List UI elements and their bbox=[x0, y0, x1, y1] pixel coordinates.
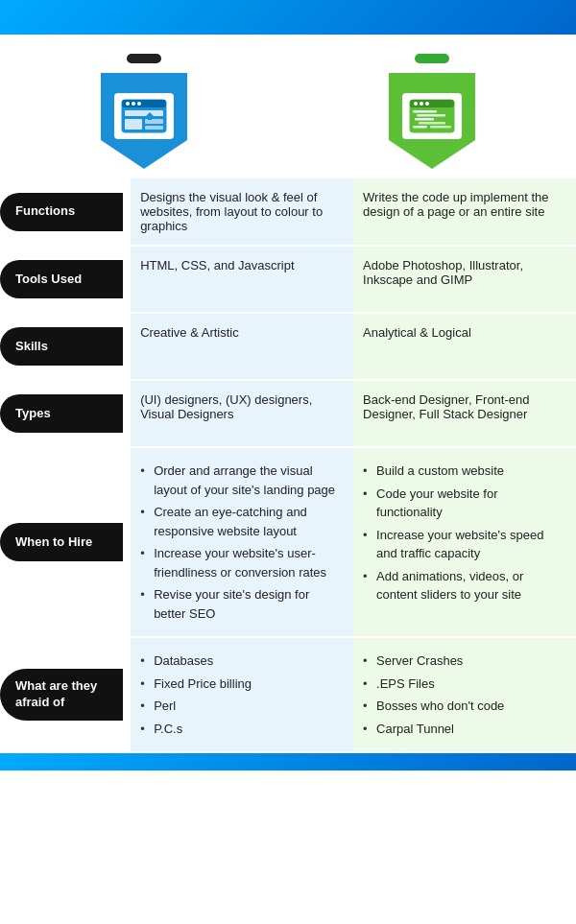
row-label-cell: What are they afraid of bbox=[0, 637, 131, 752]
dev-cell: Analytical & Logical bbox=[353, 313, 576, 380]
svg-rect-15 bbox=[413, 110, 437, 113]
row-label-cell: Types bbox=[0, 380, 131, 447]
svg-point-3 bbox=[132, 102, 135, 106]
list-item: Increase your website's speed and traffi… bbox=[363, 524, 566, 565]
comparison-table: FunctionsDesigns the visual look & feel … bbox=[0, 178, 576, 753]
dev-cell: Build a custom websiteCode your website … bbox=[353, 447, 576, 637]
dev-label bbox=[415, 54, 449, 63]
design-label bbox=[127, 54, 161, 63]
svg-rect-19 bbox=[413, 126, 427, 129]
list-item: Perl bbox=[140, 695, 344, 718]
row-label-pill: When to Hire bbox=[0, 523, 123, 561]
dev-browser-icon bbox=[409, 99, 455, 133]
list-item: P.C.s bbox=[140, 718, 344, 741]
svg-rect-18 bbox=[419, 122, 445, 125]
list-item: Code your website for functionality bbox=[363, 483, 566, 524]
dev-shield-icon bbox=[389, 73, 475, 169]
design-cell: (UI) designers, (UX) designers, Visual D… bbox=[131, 380, 353, 447]
svg-point-14 bbox=[425, 102, 429, 106]
icons-row bbox=[0, 35, 576, 178]
row-label-cell: When to Hire bbox=[0, 447, 131, 637]
design-browser-icon bbox=[121, 99, 167, 133]
list-item: Bosses who don't code bbox=[363, 695, 566, 718]
svg-point-12 bbox=[414, 102, 418, 106]
dev-cell: Back-end Designer, Front-end Designer, F… bbox=[353, 380, 576, 447]
design-cell: Designs the visual look & feel of websit… bbox=[131, 178, 353, 246]
table-row: FunctionsDesigns the visual look & feel … bbox=[0, 178, 576, 246]
list-item: Databases bbox=[140, 650, 344, 673]
list-item: Revise your site's design for better SEO bbox=[140, 583, 344, 625]
list-item: Fixed Price billing bbox=[140, 673, 344, 696]
svg-point-2 bbox=[126, 102, 130, 106]
row-label-cell: Skills bbox=[0, 313, 131, 380]
list-item: Carpal Tunnel bbox=[363, 718, 566, 741]
svg-rect-8 bbox=[145, 126, 163, 130]
svg-rect-17 bbox=[415, 118, 434, 121]
svg-point-13 bbox=[420, 102, 423, 106]
row-label-pill: Skills bbox=[0, 327, 123, 366]
list-item: Order and arrange the visual layout of y… bbox=[140, 460, 344, 501]
dev-cell: Adobe Photoshop, Illustrator, Inkscape a… bbox=[353, 246, 576, 313]
list-item: Create an eye-catching and responsive we… bbox=[140, 501, 344, 542]
svg-rect-7 bbox=[145, 119, 163, 124]
list-item: Build a custom website bbox=[363, 460, 566, 483]
row-label-pill: Tools Used bbox=[0, 260, 123, 298]
row-label-cell: Tools Used bbox=[0, 246, 131, 313]
design-cell: HTML, CSS, and Javascript bbox=[131, 246, 353, 313]
design-cell: Creative & Artistic bbox=[131, 313, 353, 380]
dev-cell: Server Crashes.EPS FilesBosses who don't… bbox=[353, 637, 576, 752]
row-label-cell: Functions bbox=[0, 178, 131, 246]
row-label-pill: Types bbox=[0, 394, 123, 433]
svg-rect-16 bbox=[417, 114, 445, 117]
svg-point-4 bbox=[137, 102, 141, 106]
dev-cell: Writes the code up implement the design … bbox=[353, 178, 576, 246]
design-cell: Order and arrange the visual layout of y… bbox=[131, 447, 353, 637]
table-row: What are they afraid ofDatabasesFixed Pr… bbox=[0, 637, 576, 752]
table-row: Types(UI) designers, (UX) designers, Vis… bbox=[0, 380, 576, 447]
svg-rect-5 bbox=[125, 110, 163, 116]
list-item: Increase your website's user-friendlines… bbox=[140, 542, 344, 583]
design-column-header bbox=[0, 54, 288, 169]
list-item: Server Crashes bbox=[363, 650, 566, 673]
table-row: When to HireOrder and arrange the visual… bbox=[0, 447, 576, 637]
table-row: SkillsCreative & ArtisticAnalytical & Lo… bbox=[0, 313, 576, 380]
footer-bar bbox=[0, 753, 576, 770]
table-row: Tools UsedHTML, CSS, and JavascriptAdobe… bbox=[0, 246, 576, 313]
svg-rect-6 bbox=[125, 119, 142, 130]
svg-rect-20 bbox=[430, 126, 451, 129]
list-item: .EPS Files bbox=[363, 673, 566, 696]
dev-column-header bbox=[288, 54, 576, 169]
row-label-pill: Functions bbox=[0, 193, 123, 231]
design-cell: DatabasesFixed Price billingPerlP.C.s bbox=[131, 637, 353, 752]
list-item: Add animations, videos, or content slide… bbox=[363, 565, 566, 606]
design-shield-icon bbox=[101, 73, 187, 169]
row-label-pill: What are they afraid of bbox=[0, 669, 123, 721]
